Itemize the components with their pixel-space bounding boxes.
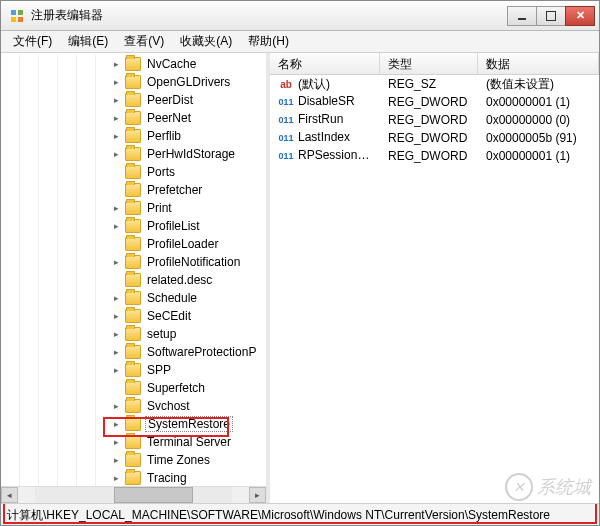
tree-item-label: setup	[145, 327, 178, 341]
expand-icon[interactable]	[111, 131, 122, 142]
expand-icon[interactable]	[111, 347, 122, 358]
scroll-thumb[interactable]	[114, 487, 193, 503]
value-data-cell: 0x00000001 (1)	[478, 94, 599, 110]
expand-icon[interactable]	[111, 455, 122, 466]
expand-icon[interactable]	[111, 77, 122, 88]
expand-icon[interactable]	[111, 401, 122, 412]
expand-placeholder	[111, 167, 122, 178]
expand-icon[interactable]	[111, 437, 122, 448]
expand-placeholder	[111, 275, 122, 286]
folder-icon	[125, 399, 141, 413]
close-button[interactable]	[565, 6, 595, 26]
svg-rect-0	[11, 10, 16, 15]
tree-item[interactable]: Perflib	[1, 127, 266, 145]
expand-icon[interactable]	[111, 329, 122, 340]
menu-view[interactable]: 查看(V)	[116, 31, 172, 52]
tree-item[interactable]: setup	[1, 325, 266, 343]
tree-item[interactable]: SystemRestore	[1, 415, 266, 433]
tree-item[interactable]: SoftwareProtectionP	[1, 343, 266, 361]
tree-item[interactable]: ProfileLoader	[1, 235, 266, 253]
folder-icon	[125, 93, 141, 107]
scroll-right-button[interactable]: ▸	[249, 487, 266, 503]
tree-item[interactable]: Svchost	[1, 397, 266, 415]
value-row[interactable]: 011DisableSRREG_DWORD0x00000001 (1)	[270, 93, 599, 111]
tree-item[interactable]: ProfileList	[1, 217, 266, 235]
folder-icon	[125, 57, 141, 71]
column-name[interactable]: 名称	[270, 53, 380, 74]
value-name: (默认)	[298, 77, 330, 91]
expand-icon[interactable]	[111, 95, 122, 106]
tree-item[interactable]: SeCEdit	[1, 307, 266, 325]
tree-item[interactable]: SPP	[1, 361, 266, 379]
tree-item-label: PeerDist	[145, 93, 195, 107]
tree-item[interactable]: PerHwIdStorage	[1, 145, 266, 163]
value-type-cell: REG_DWORD	[380, 130, 478, 146]
tree-item[interactable]: PeerDist	[1, 91, 266, 109]
minimize-button[interactable]	[507, 6, 537, 26]
folder-icon	[125, 345, 141, 359]
tree-item[interactable]: NvCache	[1, 55, 266, 73]
value-row[interactable]: 011FirstRunREG_DWORD0x00000000 (0)	[270, 111, 599, 129]
tree-item-label: Svchost	[145, 399, 192, 413]
value-name-cell: ab(默认)	[270, 75, 380, 94]
titlebar[interactable]: 注册表编辑器	[1, 1, 599, 31]
tree-item[interactable]: Print	[1, 199, 266, 217]
value-name: RPSessionInter...	[298, 148, 380, 162]
tree-item[interactable]: PeerNet	[1, 109, 266, 127]
tree-item[interactable]: Prefetcher	[1, 181, 266, 199]
tree-item[interactable]: Tracing	[1, 469, 266, 487]
expand-icon[interactable]	[111, 311, 122, 322]
column-data[interactable]: 数据	[478, 53, 599, 74]
tree-item-label: Schedule	[145, 291, 199, 305]
expand-icon[interactable]	[111, 257, 122, 268]
svg-rect-1	[18, 10, 23, 15]
folder-icon	[125, 129, 141, 143]
tree-item[interactable]: Schedule	[1, 289, 266, 307]
menu-edit[interactable]: 编辑(E)	[60, 31, 116, 52]
scroll-track[interactable]	[35, 487, 232, 503]
expand-icon[interactable]	[111, 149, 122, 160]
tree-item[interactable]: OpenGLDrivers	[1, 73, 266, 91]
scroll-left-button[interactable]: ◂	[1, 487, 18, 503]
tree-item-label: OpenGLDrivers	[145, 75, 232, 89]
folder-icon	[125, 363, 141, 377]
dword-value-icon: 011	[278, 94, 294, 110]
value-row[interactable]: 011LastIndexREG_DWORD0x0000005b (91)	[270, 129, 599, 147]
value-row[interactable]: ab(默认)REG_SZ(数值未设置)	[270, 75, 599, 93]
expand-icon[interactable]	[111, 59, 122, 70]
menu-help[interactable]: 帮助(H)	[240, 31, 297, 52]
expand-icon[interactable]	[111, 365, 122, 376]
tree-hscrollbar[interactable]: ◂ ▸	[1, 486, 266, 503]
tree-item-label: PerHwIdStorage	[145, 147, 237, 161]
list-body: ab(默认)REG_SZ(数值未设置)011DisableSRREG_DWORD…	[270, 75, 599, 165]
folder-icon	[125, 201, 141, 215]
tree-item[interactable]: Terminal Server	[1, 433, 266, 451]
value-row[interactable]: 011RPSessionInter...REG_DWORD0x00000001 …	[270, 147, 599, 165]
values-pane[interactable]: 名称 类型 数据 ab(默认)REG_SZ(数值未设置)011DisableSR…	[270, 53, 599, 503]
tree-item[interactable]: Time Zones	[1, 451, 266, 469]
value-name: LastIndex	[298, 130, 350, 144]
tree-item[interactable]: ProfileNotification	[1, 253, 266, 271]
svg-rect-2	[11, 17, 16, 22]
tree-item-label: NvCache	[145, 57, 198, 71]
menu-file[interactable]: 文件(F)	[5, 31, 60, 52]
value-name: FirstRun	[298, 112, 343, 126]
expand-icon[interactable]	[111, 419, 122, 430]
value-name-cell: 011RPSessionInter...	[270, 147, 380, 165]
tree-item-label: Terminal Server	[145, 435, 233, 449]
column-type[interactable]: 类型	[380, 53, 478, 74]
expand-icon[interactable]	[111, 293, 122, 304]
tree-item[interactable]: Superfetch	[1, 379, 266, 397]
menu-favorites[interactable]: 收藏夹(A)	[172, 31, 240, 52]
maximize-button[interactable]	[536, 6, 566, 26]
tree-item[interactable]: related.desc	[1, 271, 266, 289]
dword-value-icon: 011	[278, 148, 294, 164]
expand-icon[interactable]	[111, 203, 122, 214]
tree-pane[interactable]: NvCacheOpenGLDriversPeerDistPeerNetPerfl…	[1, 53, 266, 503]
expand-icon[interactable]	[111, 221, 122, 232]
expand-icon[interactable]	[111, 473, 122, 484]
tree-item[interactable]: Ports	[1, 163, 266, 181]
tree-item-label: SystemRestore	[145, 416, 233, 432]
list-header[interactable]: 名称 类型 数据	[270, 53, 599, 75]
expand-icon[interactable]	[111, 113, 122, 124]
